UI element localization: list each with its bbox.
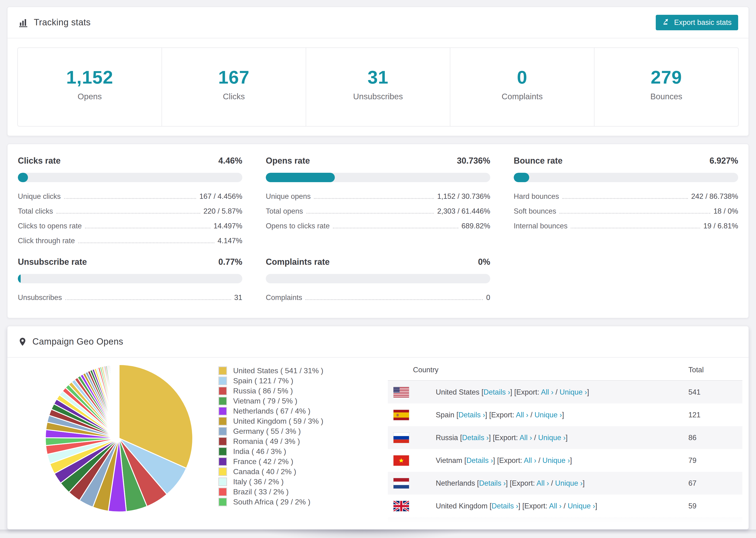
legend-item-spain[interactable]: Spain ( 121 / 7% ) xyxy=(218,376,323,386)
rate-name: Clicks rate xyxy=(18,156,61,166)
rate-row-value: 4.147% xyxy=(218,237,242,245)
export-unique-link[interactable]: Unique › xyxy=(542,456,570,464)
rate-value: 4.46% xyxy=(218,156,242,166)
legend-swatch xyxy=(218,477,227,486)
total-cell: 86 xyxy=(688,434,742,442)
details-link[interactable]: Details › xyxy=(492,502,518,510)
rate-row-soft-bounces: Soft bounces18 / 0% xyxy=(514,207,738,215)
rate-row-label: Complaints xyxy=(266,294,302,301)
export-prefix: Export: xyxy=(495,434,518,442)
rate-row-opens-to-clicks-rate: Opens to clicks rate689.82% xyxy=(266,222,490,230)
details-link[interactable]: Details › xyxy=(483,388,510,396)
export-all-link[interactable]: All › xyxy=(536,479,549,487)
rate-progress-bar xyxy=(18,173,242,182)
geo-table-row-vietnam: Vietnam [Details ›] [Export: All › / Uni… xyxy=(388,449,742,472)
rate-row-complaints: Complaints0 xyxy=(266,294,490,301)
export-unique-link[interactable]: Unique › xyxy=(560,388,587,396)
rate-row-value: 689.82% xyxy=(461,222,490,230)
dotted-leader xyxy=(333,228,458,228)
country-name: United States xyxy=(436,388,479,396)
export-unique-link[interactable]: Unique › xyxy=(555,479,582,487)
country-cell: United States [Details ›] [Export: All ›… xyxy=(430,388,688,397)
export-all-link[interactable]: All › xyxy=(519,434,532,442)
country-name: Vietnam xyxy=(436,456,462,464)
legend-label: Netherlands ( 67 / 4% ) xyxy=(233,407,310,415)
legend-item-united-states[interactable]: United States ( 541 / 31% ) xyxy=(218,366,323,376)
legend-item-italy[interactable]: Italy ( 36 / 2% ) xyxy=(218,477,323,487)
column-header-total: Total xyxy=(688,366,742,374)
details-link[interactable]: Details › xyxy=(479,479,506,487)
country-cell: Germany [Details ›] [Export: All › / Uni… xyxy=(430,525,688,530)
export-all-link[interactable]: All › xyxy=(524,456,536,464)
flag-icon-us xyxy=(394,387,409,398)
dotted-leader xyxy=(305,299,483,300)
rates-card: Clicks rate4.46%Unique clicks167 / 4.456… xyxy=(7,144,749,318)
legend-item-france[interactable]: France ( 42 / 2% ) xyxy=(218,457,323,467)
legend-item-romania[interactable]: Romania ( 49 / 3% ) xyxy=(218,436,323,447)
dotted-leader xyxy=(56,213,200,214)
rate-block-bounce-rate: Bounce rate6.927%Hard bounces242 / 86.73… xyxy=(514,156,738,245)
stat-label: Bounces xyxy=(594,92,738,101)
legend-label: Canada ( 40 / 2% ) xyxy=(233,467,296,476)
bar-chart-icon xyxy=(18,17,28,28)
legend-swatch xyxy=(218,488,227,496)
legend-item-netherlands[interactable]: Netherlands ( 67 / 4% ) xyxy=(218,406,323,416)
stat-label: Unsubscribes xyxy=(306,92,450,101)
legend-item-india[interactable]: India ( 46 / 3% ) xyxy=(218,447,323,457)
legend-item-germany[interactable]: Germany ( 55 / 3% ) xyxy=(218,426,323,436)
rate-row-value: 14.497% xyxy=(214,222,242,230)
legend-item-russia[interactable]: Russia ( 86 / 5% ) xyxy=(218,386,323,396)
geo-title: Campaign Geo Opens xyxy=(32,337,123,347)
page-title: Tracking stats xyxy=(34,17,91,27)
rate-progress-fill xyxy=(18,173,28,182)
export-all-link[interactable]: All › xyxy=(541,388,553,396)
rate-progress-bar xyxy=(266,274,490,283)
export-all-link[interactable]: All › xyxy=(549,502,561,510)
rate-progress-fill xyxy=(514,173,529,182)
rate-row-unique-opens: Unique opens1,152 / 30.736% xyxy=(266,192,490,200)
legend-item-canada[interactable]: Canada ( 40 / 2% ) xyxy=(218,467,323,477)
export-all-link[interactable]: All › xyxy=(516,411,528,419)
dotted-leader xyxy=(65,299,231,300)
geo-table-row-russia: Russia [Details ›] [Export: All › / Uniq… xyxy=(388,426,742,449)
export-unique-link[interactable]: Unique › xyxy=(568,502,595,510)
rate-row-internal-bounces: Internal bounces19 / 6.81% xyxy=(514,222,738,230)
legend-item-vietnam[interactable]: Vietnam ( 79 / 5% ) xyxy=(218,396,323,406)
rate-value: 30.736% xyxy=(457,156,490,166)
export-prefix: Export: xyxy=(516,388,539,396)
legend-label: South Africa ( 29 / 2% ) xyxy=(233,498,310,506)
export-prefix: Export: xyxy=(512,479,535,487)
details-link[interactable]: Details › xyxy=(470,525,497,530)
legend-label: France ( 42 / 2% ) xyxy=(233,457,293,466)
legend-label: Italy ( 36 / 2% ) xyxy=(233,477,284,486)
details-link[interactable]: Details › xyxy=(459,411,485,419)
country-name: Russia xyxy=(436,434,458,442)
export-unique-link[interactable]: Unique › xyxy=(534,411,562,419)
rate-progress-bar xyxy=(266,173,490,182)
export-unique-link[interactable]: Unique › xyxy=(546,525,573,530)
rate-row-label: Click through rate xyxy=(18,237,75,245)
total-cell: 59 xyxy=(688,502,742,510)
rate-row-value: 220 / 5.87% xyxy=(203,207,242,215)
geo-table-row-spain: Spain [Details ›] [Export: All › / Uniqu… xyxy=(388,404,742,426)
details-link[interactable]: Details › xyxy=(462,434,489,442)
rate-row-value: 18 / 0% xyxy=(714,207,738,215)
stat-label: Complaints xyxy=(450,92,594,101)
country-cell: Spain [Details ›] [Export: All › / Uniqu… xyxy=(430,411,688,419)
export-basic-stats-button[interactable]: Export basic stats xyxy=(656,15,738,30)
country-name: Spain xyxy=(436,411,454,419)
stat-cell-clicks: 167Clicks xyxy=(162,48,306,126)
legend-item-brazil[interactable]: Brazil ( 33 / 2% ) xyxy=(218,487,323,497)
legend-item-united-kingdom[interactable]: United Kingdom ( 59 / 3% ) xyxy=(218,416,323,426)
export-all-link[interactable]: All › xyxy=(527,525,540,530)
export-unique-link[interactable]: Unique › xyxy=(538,434,566,442)
rate-progress-fill xyxy=(266,173,335,182)
rate-row-clicks-to-opens-rate: Clicks to opens rate14.497% xyxy=(18,222,242,230)
legend-label: United Kingdom ( 59 / 3% ) xyxy=(233,417,323,426)
details-link[interactable]: Details › xyxy=(466,456,493,464)
export-button-label: Export basic stats xyxy=(674,18,731,27)
geo-table-row-netherlands: Netherlands [Details ›] [Export: All › /… xyxy=(388,472,742,495)
legend-swatch xyxy=(218,397,227,405)
rate-name: Complaints rate xyxy=(266,257,330,267)
legend-item-south-africa[interactable]: South Africa ( 29 / 2% ) xyxy=(218,497,323,507)
